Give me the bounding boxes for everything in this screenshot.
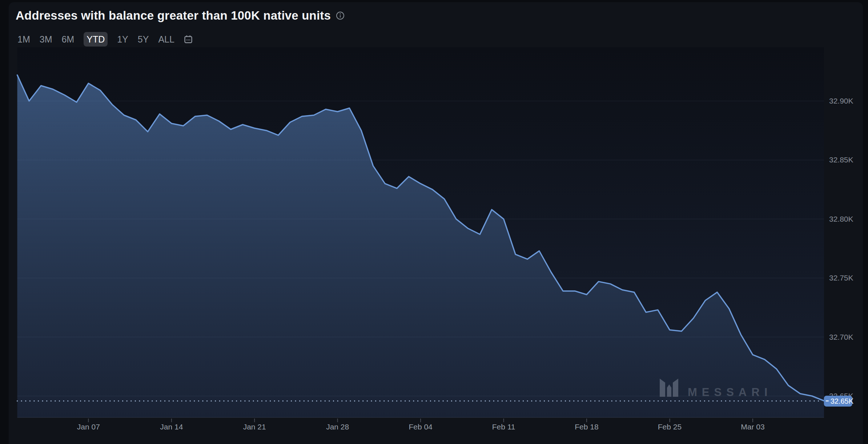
plot-area	[17, 47, 824, 417]
range-button-1m[interactable]: 1M	[17, 32, 30, 47]
range-button-1y[interactable]: 1Y	[117, 32, 128, 47]
range-selector: 1M3M6MYTD1Y5YALL	[17, 32, 193, 47]
range-button-3m[interactable]: 3M	[40, 32, 52, 47]
range-button-all[interactable]: ALL	[158, 32, 174, 47]
range-button-ytd[interactable]: YTD	[84, 32, 108, 47]
range-button-5y[interactable]: 5Y	[138, 32, 149, 47]
page-title: Addresses with balance greater than 100K…	[16, 9, 331, 23]
info-icon[interactable]	[336, 11, 345, 20]
chart-header: Addresses with balance greater than 100K…	[16, 9, 345, 23]
range-button-6m[interactable]: 6M	[61, 32, 74, 47]
chart-plot[interactable]: MESSARI32.90K32.85K32.80K32.75K32.70K32.…	[0, 0, 868, 444]
calendar-icon[interactable]	[184, 35, 193, 44]
page: MESSARI32.90K32.85K32.80K32.75K32.70K32.…	[0, 0, 868, 444]
